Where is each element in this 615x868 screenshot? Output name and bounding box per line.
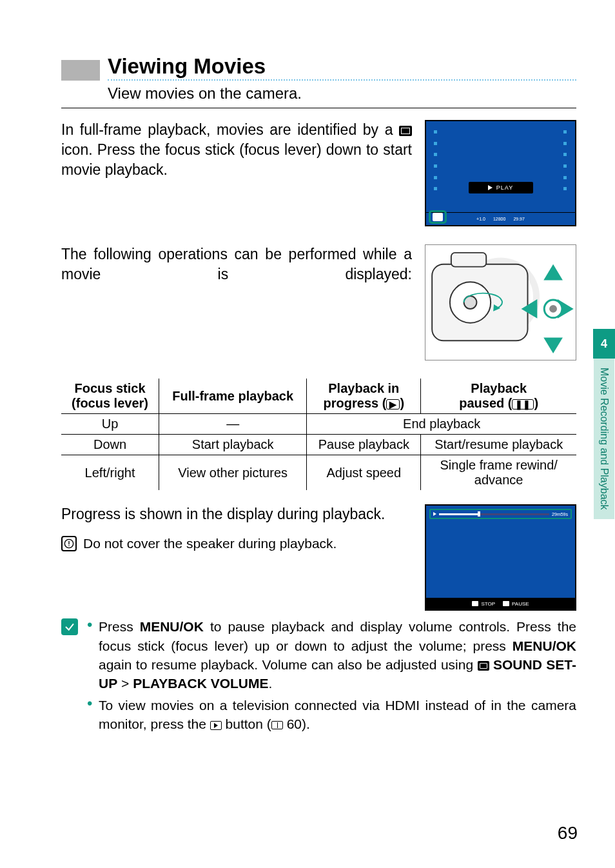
- play-triangle-icon: [488, 185, 493, 190]
- svg-rect-12: [68, 541, 69, 544]
- tips-block: Press MENU/OK to pause playback and disp…: [61, 617, 576, 736]
- svg-rect-13: [68, 546, 69, 546]
- page-root: Viewing Movies View movies on the camera…: [0, 0, 615, 868]
- cell-speed: Adjust speed: [307, 455, 421, 491]
- screen-progress: 29m59s STOP PAUSE: [425, 504, 576, 611]
- table-row: Up — End playback: [61, 414, 576, 435]
- svg-marker-5: [543, 338, 563, 354]
- play-mini-icon: [433, 512, 436, 516]
- time-remaining: 29m59s: [552, 512, 568, 517]
- caution-row: Do not cover the speaker during playback…: [61, 536, 412, 551]
- screen-preview-play: PLAY +1.0 12800 29.97: [425, 120, 576, 226]
- cell-down: Down: [61, 435, 159, 455]
- heading-swatch: [61, 60, 100, 81]
- chapter-label: Movie Recording and Playback: [594, 359, 614, 519]
- cell-other: View other pictures: [159, 455, 307, 491]
- movie-icon: [399, 126, 412, 136]
- row-operations: The following operations can be performe…: [61, 244, 576, 360]
- cell-pause: Pause playback: [307, 435, 421, 455]
- down-button-icon: [503, 601, 509, 606]
- cell-end-playback: End playback: [307, 414, 576, 435]
- cell-start: Start playback: [159, 435, 307, 455]
- table-row: Left/right View other pictures Adjust sp…: [61, 455, 576, 491]
- operations-text: The following operations can be performe…: [61, 244, 412, 360]
- page-number: 69: [558, 823, 578, 843]
- intro-text: In full-frame playback, movies are ident…: [61, 120, 412, 226]
- progress-bar-highlight: 29m59s: [429, 509, 572, 519]
- cell-up: Up: [61, 414, 159, 435]
- fps-value: 29.97: [513, 217, 525, 221]
- svg-point-9: [549, 305, 557, 313]
- svg-marker-4: [543, 264, 563, 281]
- row-intro: In full-frame playback, movies are ident…: [61, 120, 576, 226]
- cell-resume: Start/resume playback: [421, 435, 576, 455]
- stop-label: STOP: [481, 601, 495, 607]
- tip-icon: [61, 618, 78, 635]
- progress-text: Progress is shown in the display during …: [61, 504, 412, 524]
- exposure-value: +1.0: [476, 217, 485, 221]
- tip-item-hdmi: To view movies on a television connected…: [87, 696, 576, 734]
- svg-rect-3: [451, 253, 486, 267]
- caution-text: Do not cover the speaker during playback…: [83, 536, 337, 551]
- intro-text-a: In full-frame playback, movies are ident…: [61, 121, 399, 138]
- screen-info-bar: +1.0 12800 29.97: [426, 212, 575, 225]
- section-title: Viewing Movies: [108, 55, 576, 78]
- page-ref-icon: [271, 721, 283, 729]
- back-button-icon: [472, 601, 478, 606]
- dotted-rule: [108, 79, 576, 81]
- intro-text-b: icon. Press the focus stick (focus lever…: [61, 141, 412, 178]
- th-paused: Playback paused (❚❚): [421, 379, 576, 414]
- controls-table: Focus stick(focus lever) Full-frame play…: [61, 379, 576, 490]
- playback-button-icon: [210, 721, 222, 730]
- cell-lr: Left/right: [61, 455, 159, 491]
- section-heading: Viewing Movies: [61, 55, 576, 83]
- setup-icon: [478, 661, 489, 671]
- progress-bar: [439, 513, 549, 515]
- play-label: PLAY: [496, 184, 513, 191]
- thin-rule: [61, 108, 576, 108]
- tip-item-volume: Press MENU/OK to pause playback and disp…: [87, 617, 576, 693]
- cell-dash: —: [159, 414, 307, 435]
- camera-illustration: [425, 244, 576, 360]
- table-row: Down Start playback Pause playback Start…: [61, 435, 576, 455]
- section-subtitle: View movies on the camera.: [108, 84, 576, 103]
- iso-value: 12800: [493, 217, 505, 221]
- play-glyph-icon: ▶: [386, 399, 400, 409]
- pause-label: PAUSE: [512, 601, 529, 607]
- chapter-number: 4: [593, 329, 615, 359]
- pause-glyph-icon: ❚❚: [512, 399, 534, 409]
- th-focus-stick: Focus stick(focus lever): [61, 379, 159, 414]
- row-progress: Progress is shown in the display during …: [61, 504, 576, 611]
- play-pill: PLAY: [469, 182, 533, 193]
- side-tab: 4 Movie Recording and Playback: [593, 329, 615, 519]
- cell-frame: Single frame rewind/advance: [421, 455, 576, 491]
- caution-icon: [61, 536, 77, 551]
- screen-controls-bar: STOP PAUSE: [426, 598, 575, 609]
- movie-badge: [429, 210, 447, 224]
- th-full-frame: Full-frame playback: [159, 379, 307, 414]
- movie-badge-icon: [433, 213, 443, 221]
- th-in-progress: Playback in progress (▶): [307, 379, 421, 414]
